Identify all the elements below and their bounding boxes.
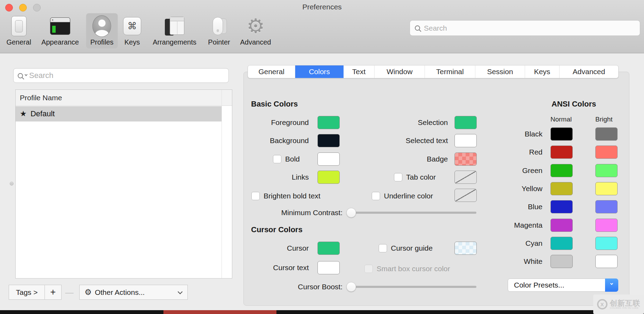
window-titlebar-toolbar: Preferences General x Appearance Profile…	[0, 0, 644, 53]
toolbar-item-label: Advanced	[240, 38, 271, 46]
remove-profile-button-disabled: —	[62, 285, 77, 300]
color-presets-dropdown[interactable]: Color Presets...	[508, 278, 618, 292]
ansi-yellow-normal-color-well[interactable]	[550, 182, 573, 195]
profiles-person-icon	[92, 15, 111, 37]
add-profile-button[interactable]: +	[45, 285, 62, 300]
tab-window[interactable]: Window	[375, 65, 425, 78]
selection-label: Selection	[357, 118, 448, 127]
ansi-label-white: White	[473, 257, 542, 266]
other-actions-label: Other Actions...	[95, 288, 145, 297]
tab-general[interactable]: General	[248, 65, 295, 78]
star-icon: ★	[20, 109, 27, 118]
tab-terminal[interactable]: Terminal	[425, 65, 475, 78]
minimum-contrast-label: Minimum Contrast:	[218, 209, 343, 217]
toolbar-search-field[interactable]	[410, 20, 640, 36]
cursor-color-well[interactable]	[317, 242, 340, 255]
slider-knob[interactable]	[346, 282, 356, 292]
other-actions-dropdown[interactable]: ⚙ Other Actions...	[79, 285, 188, 300]
toolbar-item-pointer[interactable]: Pointer	[204, 13, 234, 48]
search-icon	[415, 25, 420, 31]
profile-search-field[interactable]	[13, 68, 229, 83]
toolbar-item-label: General	[6, 38, 31, 46]
toolbar-item-label: Appearance	[41, 38, 79, 46]
toolbar-item-keys[interactable]: ⌘ Keys	[119, 13, 145, 48]
ansi-yellow-bright-color-well[interactable]	[595, 182, 618, 195]
tags-button[interactable]: Tags >	[9, 285, 45, 300]
general-icon	[11, 16, 26, 36]
splitter-handle[interactable]	[10, 182, 14, 186]
minimum-contrast-slider[interactable]	[347, 208, 476, 218]
ansi-label-black: Black	[473, 130, 542, 138]
toolbar-item-advanced[interactable]: ⚙ Advanced	[236, 13, 275, 48]
toolbar-item-appearance[interactable]: x Appearance	[37, 13, 83, 48]
brighten-bold-text-label: Brighten bold text	[264, 192, 320, 200]
ansi-column-bright: Bright	[595, 116, 613, 123]
tab-color-label: Tab color	[406, 173, 436, 181]
toolbar-search-input[interactable]	[424, 24, 635, 32]
ansi-magenta-normal-color-well[interactable]	[550, 219, 573, 232]
toolbar-item-label: Pointer	[208, 38, 230, 46]
background-color-well[interactable]	[317, 134, 340, 147]
ansi-magenta-bright-color-well[interactable]	[595, 219, 618, 232]
ansi-black-normal-color-well[interactable]	[550, 127, 573, 141]
ansi-red-normal-color-well[interactable]	[550, 146, 573, 159]
tab-session[interactable]: Session	[475, 65, 525, 78]
search-scope-chevron-icon[interactable]	[25, 73, 27, 76]
slider-track[interactable]	[347, 212, 476, 214]
tab-color-checkbox[interactable]	[394, 173, 402, 181]
profiles-table-header: Profile Name	[16, 90, 232, 106]
cursor-text-color-well[interactable]	[317, 261, 340, 274]
slider-knob[interactable]	[346, 208, 356, 218]
foreground-color-well[interactable]	[317, 116, 340, 129]
ansi-blue-normal-color-well[interactable]	[550, 200, 573, 213]
window-body: Profile Name ★ Default Tags > + — ⚙ Othe…	[0, 54, 644, 310]
links-color-well[interactable]	[317, 171, 340, 184]
cursor-guide-row: Cursor guide	[379, 244, 433, 252]
command-key-icon: ⌘	[123, 17, 141, 35]
ansi-cyan-bright-color-well[interactable]	[595, 237, 618, 250]
bold-color-well[interactable]	[317, 152, 340, 166]
brighten-bold-row: Brighten bold text	[251, 192, 320, 200]
slider-track[interactable]	[347, 286, 476, 288]
cursor-boost-slider[interactable]	[347, 282, 476, 292]
appearance-icon: x	[50, 17, 70, 35]
toolbar-item-arrangements[interactable]: Arrangements	[148, 13, 201, 48]
underline-color-checkbox[interactable]	[372, 192, 380, 200]
desktop-edge-accent	[163, 310, 276, 314]
section-title-cursor-colors: Cursor Colors	[251, 225, 303, 234]
ansi-label-magenta: Magenta	[473, 221, 542, 229]
mouse-pointer-icon	[209, 16, 229, 36]
toolbar-item-profiles[interactable]: Profiles	[86, 13, 118, 48]
chevron-down-icon	[610, 282, 613, 285]
ansi-white-normal-color-well[interactable]	[550, 255, 573, 268]
toolbar-item-label: Arrangements	[153, 38, 196, 46]
tab-color-row: Tab color	[394, 173, 436, 181]
profile-tab-bar: GeneralColorsTextWindowTerminalSessionKe…	[248, 65, 619, 78]
watermark-text-cn: 创新互联	[610, 299, 641, 307]
ansi-green-bright-color-well[interactable]	[595, 164, 618, 177]
ansi-red-bright-color-well[interactable]	[595, 146, 618, 159]
bold-checkbox[interactable]	[273, 155, 281, 163]
ansi-blue-bright-color-well[interactable]	[595, 200, 618, 213]
profile-row-default[interactable]: ★ Default	[16, 106, 222, 121]
bold-label: Bold	[285, 155, 300, 163]
tab-colors[interactable]: Colors	[295, 65, 344, 78]
tab-keys[interactable]: Keys	[525, 65, 560, 78]
desktop-edge-strip	[0, 310, 644, 314]
ansi-cyan-normal-color-well[interactable]	[550, 237, 573, 250]
cursor-guide-checkbox[interactable]	[379, 244, 387, 252]
toolbar-item-general[interactable]: General	[2, 13, 35, 48]
ansi-green-normal-color-well[interactable]	[550, 164, 573, 177]
profile-name: Default	[31, 109, 55, 118]
tab-text[interactable]: Text	[344, 65, 375, 78]
tab-advanced[interactable]: Advanced	[560, 65, 618, 78]
ansi-black-bright-color-well[interactable]	[595, 127, 618, 141]
gear-icon: ⚙	[84, 288, 92, 296]
brighten-bold-text-checkbox[interactable]	[251, 192, 260, 200]
background-label: Background	[218, 136, 309, 145]
ansi-white-bright-color-well[interactable]	[595, 255, 618, 268]
badge-label: Badge	[357, 155, 448, 163]
selection-color-well[interactable]	[454, 116, 477, 129]
profile-search-input[interactable]	[29, 71, 224, 80]
dropdown-button[interactable]	[605, 278, 618, 292]
